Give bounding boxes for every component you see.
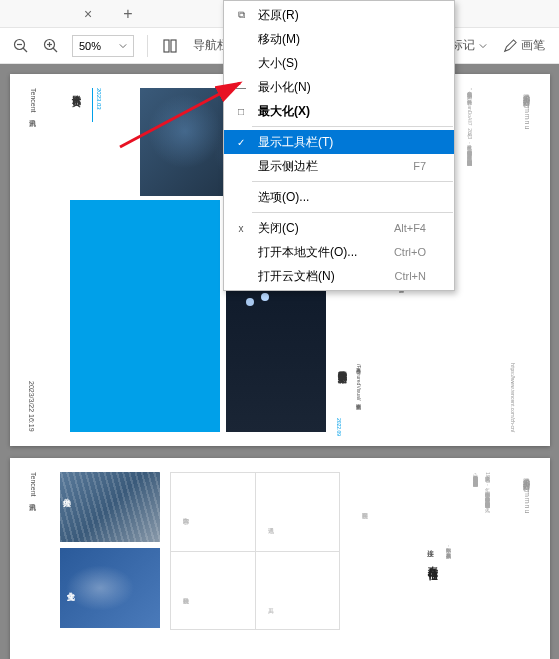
menu-options[interactable]: 选项(O)... xyxy=(224,185,454,209)
body-text: 我们的愿景是"用户为本，科技向善"。CanDoAll7 从 2023 年目标出发… xyxy=(466,88,474,161)
confidential-label: 腾讯集团内部材料Commnu xyxy=(522,472,532,514)
section-date: 2022.09 xyxy=(336,418,342,436)
maximize-icon: □ xyxy=(232,106,250,117)
tab-close-button[interactable]: × xyxy=(78,4,98,24)
section-sub: 今日热点/FeaturedVisual/精选图集 xyxy=(356,364,362,400)
thumbnail-2 xyxy=(60,548,160,628)
menu-move[interactable]: 移动(M) xyxy=(224,27,454,51)
menu-separator xyxy=(252,181,453,182)
body-text-2: 腾讯成立于1998年，总部位于中国深圳。公司一直秉承科技向善的宗旨。我们的通信和… xyxy=(484,472,492,509)
svg-line-1 xyxy=(23,48,27,52)
section-title: 为数字世界创造 更多精彩 xyxy=(336,364,349,367)
date-label: 2023/3/22 16:19 xyxy=(28,381,35,432)
chevron-down-icon xyxy=(119,42,127,50)
menu-size[interactable]: 大小(S) xyxy=(224,51,454,75)
body-text-1: 腾讯公司（腾讯）是一家世界领先的互联网科技公司，用创新的产品和服务提升全球各地人… xyxy=(472,472,480,482)
menu-restore[interactable]: ⧉ 还原(R) xyxy=(224,3,454,27)
menu-open-cloud[interactable]: 打开云文档(N) Ctrl+N xyxy=(224,264,454,288)
minimize-icon: — xyxy=(232,82,250,93)
grid: 数字内容 通讯 金融科技 工具 xyxy=(170,472,340,630)
thumbnail-1 xyxy=(60,472,160,542)
chevron-down-icon xyxy=(479,42,487,50)
menu-close[interactable]: x 关闭(C) Alt+F4 xyxy=(224,216,454,240)
menu-maximize[interactable]: □ 最大化(X) xyxy=(224,99,454,123)
menu-minimize[interactable]: — 最小化(N) xyxy=(224,75,454,99)
document-page-2: Tencent 腾讯 腾讯集团内部材料Commnu 办公大楼 企业文化 数字内容… xyxy=(10,458,550,659)
check-icon: ✓ xyxy=(232,137,250,148)
menu-open-local[interactable]: 打开本地文件(O)... Ctrl+O xyxy=(224,240,454,264)
menu-separator xyxy=(252,126,453,127)
blue-block xyxy=(70,200,220,432)
brush-button[interactable]: 画笔 xyxy=(497,37,551,54)
page-title: 责任与信任 xyxy=(426,558,440,563)
confidential-label: 腾讯集团内部材料Commnu xyxy=(522,88,532,130)
close-icon: x xyxy=(232,223,250,234)
cover-sub: 2023.03 xyxy=(96,88,102,110)
svg-rect-8 xyxy=(171,40,176,52)
restore-icon: ⧉ xyxy=(232,9,250,21)
menu-show-sidebar[interactable]: 显示侧边栏 F7 xyxy=(224,154,454,178)
brand-label: Tencent 腾讯 xyxy=(28,88,38,114)
cover-title: 腾讯首页 xyxy=(70,88,83,92)
layout-button[interactable] xyxy=(157,33,183,59)
window-context-menu: ⧉ 还原(R) 移动(M) 大小(S) — 最小化(N) □ 最大化(X) ✓ … xyxy=(223,0,455,291)
divider xyxy=(147,35,148,57)
zoom-value: 50% xyxy=(79,40,101,52)
menu-separator xyxy=(252,212,453,213)
page-title-sub: 数字协同，共创发展新未来 xyxy=(446,544,452,549)
svg-rect-7 xyxy=(164,40,169,52)
url-label: https://www.tencent.com/zh-cn/ xyxy=(510,363,516,432)
zoom-select[interactable]: 50% xyxy=(72,35,134,57)
menu-show-toolbar[interactable]: ✓ 显示工具栏(T) xyxy=(224,130,454,154)
zoom-out-button[interactable] xyxy=(8,33,34,59)
pencil-icon xyxy=(503,39,517,53)
svg-line-4 xyxy=(53,48,57,52)
new-tab-button[interactable]: + xyxy=(118,4,138,24)
zoom-in-button[interactable] xyxy=(38,33,64,59)
brand-label: Tencent 腾讯 xyxy=(28,472,38,498)
